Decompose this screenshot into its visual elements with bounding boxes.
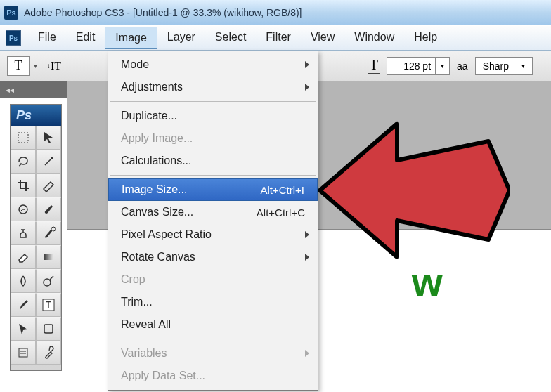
menu-item-apply-data-set: Apply Data Set... [108, 365, 318, 387]
menu-item-image-size[interactable]: Image Size...Alt+Ctrl+I [108, 178, 318, 201]
lasso-icon[interactable] [11, 150, 36, 174]
menu-layer[interactable]: Layer [157, 27, 205, 49]
antialias-label: aa [457, 60, 468, 72]
menu-file[interactable]: File [28, 27, 66, 49]
svg-rect-0 [18, 133, 28, 143]
menu-item-label: Variables [121, 347, 167, 360]
menu-view[interactable]: View [301, 27, 344, 49]
menu-item-variables: Variables [108, 342, 318, 365]
menu-image[interactable]: Image [105, 27, 157, 49]
slice-icon[interactable] [36, 174, 61, 197]
tool-panel: Ps T [10, 104, 62, 371]
menu-item-label: Trim... [121, 296, 153, 308]
menu-item-label: Duplicate... [121, 110, 177, 122]
menu-item-label: Pixel Aspect Ratio [121, 228, 212, 241]
menu-item-label: Adjustments [121, 81, 183, 93]
menu-item-label: Calculations... [121, 155, 192, 167]
active-tool-thumb[interactable]: T [7, 56, 30, 76]
menu-item-label: Reveal All [121, 318, 171, 331]
panel-collapse-tab[interactable]: ◂◂ [0, 81, 67, 98]
menu-separator [110, 339, 316, 339]
dodge-icon[interactable] [36, 269, 61, 293]
antialias-caret-icon[interactable]: ▾ [521, 62, 525, 70]
antialias-value: Sharp [483, 60, 509, 72]
menu-item-calculations[interactable]: Calculations... [108, 150, 318, 172]
menu-item-label: Apply Image... [121, 132, 193, 145]
menu-item-shortcut: Alt+Ctrl+I [260, 184, 304, 196]
svg-point-1 [51, 157, 53, 159]
tool-preset-caret-icon[interactable]: ▾ [34, 62, 37, 70]
type-icon[interactable]: T [36, 293, 61, 317]
font-size-input[interactable] [387, 60, 435, 72]
menu-item-reveal-all[interactable]: Reveal All [108, 313, 318, 336]
window-title: Adobe Photoshop CS3 - [Untitled-1 @ 33.3… [24, 7, 302, 18]
menu-item-apply-image: Apply Image... [108, 127, 318, 150]
pen-icon[interactable] [11, 293, 36, 317]
menu-edit[interactable]: Edit [66, 27, 105, 49]
move-icon[interactable] [36, 126, 61, 150]
path-selection-icon[interactable] [11, 317, 36, 341]
menu-item-canvas-size[interactable]: Canvas Size...Alt+Ctrl+C [108, 201, 318, 223]
blur-icon[interactable] [11, 269, 36, 293]
menu-help[interactable]: Help [404, 27, 447, 49]
arrow-shape [320, 124, 510, 257]
menu-item-adjustments[interactable]: Adjustments [108, 76, 318, 98]
history-brush-icon[interactable] [36, 221, 61, 245]
callout-arrow-icon [313, 117, 510, 264]
title-bar: Ps Adobe Photoshop CS3 - [Untitled-1 @ 3… [0, 0, 551, 25]
font-size-icon: T [368, 57, 380, 74]
menu-item-label: Image Size... [122, 183, 187, 196]
clone-stamp-icon[interactable] [11, 221, 36, 245]
menu-item-label: Mode [121, 58, 149, 71]
image-menu-dropdown: ModeAdjustmentsDuplicate...Apply Image..… [108, 51, 318, 391]
svg-rect-3 [44, 254, 53, 260]
menu-item-shortcut: Alt+Ctrl+C [257, 207, 305, 218]
gradient-icon[interactable] [36, 245, 61, 269]
menu-item-trim[interactable]: Trim... [108, 291, 318, 313]
menu-window[interactable]: Window [344, 27, 404, 49]
text-orientation-button[interactable]: ↓IT [46, 58, 63, 74]
app-logo-icon: Ps [4, 6, 18, 20]
healing-brush-icon[interactable] [11, 197, 36, 221]
menu-item-label: Apply Data Set... [121, 370, 205, 382]
menu-select[interactable]: Select [205, 27, 256, 49]
menu-item-duplicate[interactable]: Duplicate... [108, 105, 318, 127]
menu-filter[interactable]: Filter [256, 27, 301, 49]
menu-item-label: Canvas Size... [121, 206, 193, 218]
svg-text:T: T [46, 299, 52, 311]
menu-item-rotate-canvas[interactable]: Rotate Canvas [108, 246, 318, 268]
svg-rect-7 [44, 325, 53, 333]
menu-logo-icon[interactable]: Ps [6, 30, 21, 46]
svg-rect-8 [19, 348, 27, 357]
crop-icon[interactable] [11, 174, 36, 197]
document-text-layer: w [412, 259, 443, 305]
eyedropper-icon[interactable] [36, 341, 61, 365]
antialias-dropdown[interactable]: Sharp ▾ [475, 57, 533, 75]
menu-item-mode[interactable]: Mode [108, 53, 318, 76]
marquee-icon[interactable] [11, 126, 36, 150]
brush-icon[interactable] [36, 197, 61, 221]
notes-icon[interactable] [11, 341, 36, 365]
menu-item-pixel-aspect-ratio[interactable]: Pixel Aspect Ratio [108, 223, 318, 246]
menu-item-crop: Crop [108, 268, 318, 291]
svg-point-4 [44, 279, 51, 286]
font-size-caret-icon[interactable]: ▾ [435, 58, 449, 74]
eraser-icon[interactable] [11, 245, 36, 269]
tool-panel-header[interactable]: Ps [11, 105, 61, 126]
menu-bar: Ps FileEditImageLayerSelectFilterViewWin… [0, 25, 551, 51]
font-size-field[interactable]: ▾ [387, 57, 450, 75]
collapse-icon: ◂◂ [6, 85, 14, 95]
menu-item-label: Rotate Canvas [121, 251, 195, 263]
shape-icon[interactable] [36, 317, 61, 341]
magic-wand-icon[interactable] [36, 150, 61, 174]
menu-separator [110, 175, 316, 176]
menu-item-label: Crop [121, 273, 145, 286]
menu-separator [110, 101, 316, 102]
